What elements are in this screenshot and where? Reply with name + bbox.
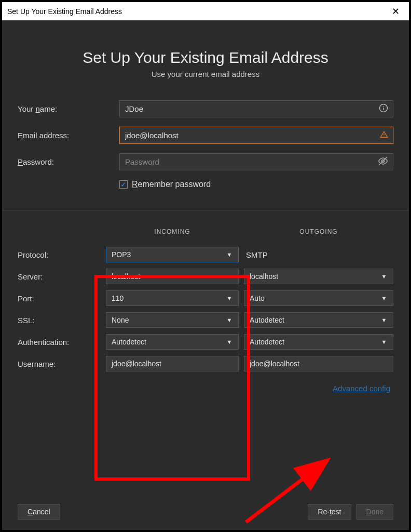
incoming-username-input[interactable]: jdoe@localhost [106, 356, 239, 371]
email-label: Email address: [18, 131, 119, 140]
username-label: Username: [18, 360, 106, 368]
cancel-button[interactable]: Cancel [18, 504, 60, 520]
incoming-ssl-select[interactable]: None ▼ [106, 312, 239, 328]
page-title: Set Up Your Existing Email Address [18, 49, 393, 66]
authentication-label: Authentication: [18, 338, 106, 347]
incoming-header: INCOMING [106, 228, 244, 241]
info-icon [379, 103, 388, 115]
outgoing-ssl-select[interactable]: Autodetect ▼ [244, 312, 393, 328]
server-label: Server: [18, 272, 106, 281]
advanced-config-link[interactable]: Advanced config [333, 384, 390, 393]
incoming-port-select[interactable]: 110 ▼ [106, 290, 239, 306]
chevron-down-icon: ▼ [224, 314, 235, 326]
remember-password-label: Remember password [132, 180, 211, 189]
password-input[interactable] [119, 153, 393, 170]
window-title: Set Up Your Existing Email Address [7, 7, 122, 16]
chevron-down-icon: ▼ [378, 336, 390, 348]
protocol-label: Protocol: [18, 250, 106, 259]
password-label: Password: [18, 157, 119, 166]
outgoing-username-input[interactable]: jdoe@localhost [244, 356, 393, 371]
outgoing-protocol-value: SMTP [244, 250, 393, 259]
email-input[interactable] [119, 127, 393, 144]
chevron-down-icon: ▼ [224, 292, 235, 304]
remember-password-checkbox[interactable]: ✓ [119, 180, 128, 189]
chevron-down-icon: ▼ [224, 336, 235, 348]
incoming-protocol-select[interactable]: POP3 ▼ [106, 247, 239, 262]
outgoing-header: OUTGOING [244, 228, 393, 241]
done-button[interactable]: Done [357, 504, 393, 520]
name-label: Your name: [18, 104, 119, 113]
close-icon[interactable]: ✕ [388, 5, 404, 18]
eye-off-icon[interactable] [378, 156, 388, 168]
retest-button[interactable]: Re-test [308, 504, 351, 520]
port-label: Port: [18, 294, 106, 303]
incoming-server-input[interactable]: localhost [106, 269, 239, 284]
chevron-down-icon: ▼ [224, 248, 235, 261]
name-input[interactable] [119, 100, 393, 117]
outgoing-server-select[interactable]: localhost ▼ [244, 269, 393, 284]
outgoing-port-select[interactable]: Auto ▼ [244, 290, 393, 306]
outgoing-auth-select[interactable]: Autodetect ▼ [244, 334, 393, 350]
ssl-label: SSL: [18, 316, 106, 325]
incoming-auth-select[interactable]: Autodetect ▼ [106, 334, 239, 350]
svg-point-2 [383, 105, 384, 107]
chevron-down-icon: ▼ [378, 270, 390, 283]
svg-point-4 [383, 136, 384, 136]
warning-icon [380, 130, 388, 141]
chevron-down-icon: ▼ [378, 314, 390, 326]
title-bar: Set Up Your Existing Email Address ✕ [2, 2, 409, 21]
chevron-down-icon: ▼ [378, 292, 390, 304]
page-subtitle: Use your current email address [18, 70, 393, 78]
